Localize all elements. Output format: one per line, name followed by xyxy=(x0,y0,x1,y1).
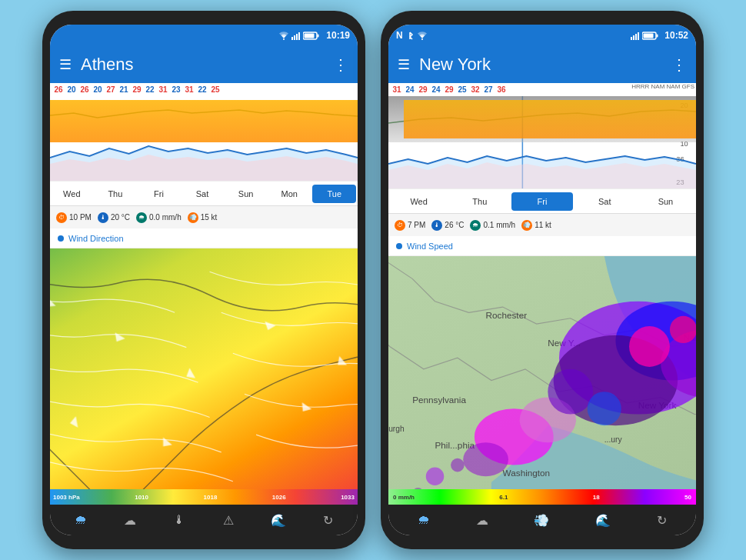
svg-point-0 xyxy=(283,38,285,40)
current-bottom-icon[interactable]: ↻ xyxy=(323,513,333,528)
warning-bottom-icon[interactable]: ⚠ xyxy=(223,513,234,528)
svg-point-51 xyxy=(463,442,508,476)
temp-bottom-icon[interactable]: 🌡 xyxy=(173,513,185,527)
wind-bottom-icon-ny[interactable]: 💨 xyxy=(534,513,549,528)
temp-27: 27 xyxy=(105,85,116,94)
thermometer-icon-ny: 🌡 xyxy=(431,220,442,231)
city-name-athens: Athens xyxy=(81,55,333,75)
rain-bottom-icon-ny[interactable]: 🌧 xyxy=(418,513,430,527)
wifi-icon-ny xyxy=(417,32,428,40)
svg-rect-25 xyxy=(657,34,658,37)
signal-icon xyxy=(291,32,301,40)
app-bar-ny: ☰ New York ⋮ xyxy=(388,46,696,83)
chart-area-ny: 20 10 36 23 xyxy=(388,96,696,188)
day-sat-ny[interactable]: Sat xyxy=(574,192,635,211)
menu-icon-ny[interactable]: ☰ xyxy=(398,56,410,73)
temp-25: 25 xyxy=(210,85,221,94)
temp-31a: 31 xyxy=(158,85,168,94)
battery-icon-ny xyxy=(642,32,659,40)
phone-newyork: N 10:52 xyxy=(381,11,704,549)
map-area-athens[interactable]: 1003 hPa 1010 1018 1026 1033 xyxy=(50,248,358,505)
svg-point-53 xyxy=(588,392,621,425)
cloud-bottom-icon-ny[interactable]: ☁ xyxy=(476,513,488,528)
temp-21: 21 xyxy=(118,85,129,94)
temp-numbers-ny: 31 24 29 24 29 25 32 27 36 HRRR NAM NAM … xyxy=(388,83,696,96)
svg-rect-2 xyxy=(294,35,295,40)
days-row-athens: Wed Thu Fri Sat Sun Mon Tue xyxy=(50,181,358,205)
status-icons-ny: 10:52 xyxy=(631,30,688,41)
svg-point-19 xyxy=(421,38,423,40)
color-scale-ny: 0 mm/h 6.1 18 50 xyxy=(388,489,696,505)
day-fri-athens[interactable]: Fri xyxy=(137,185,181,203)
day-sat-athens[interactable]: Sat xyxy=(181,185,225,203)
more-icon-ny[interactable]: ⋮ xyxy=(671,55,687,74)
model-labels: HRRR NAM NAM GFS xyxy=(631,83,694,90)
info-time-ny: ⏱ 7 PM xyxy=(395,220,425,231)
svg-point-56 xyxy=(426,468,444,485)
city-name-ny: New York xyxy=(419,55,671,75)
svg-point-54 xyxy=(629,326,670,367)
ny-temp-31: 31 xyxy=(391,85,402,94)
svg-text:burgh: burgh xyxy=(388,425,405,433)
temp-26a: 26 xyxy=(53,85,64,94)
app-bar-athens: ☰ Athens ⋮ xyxy=(50,46,358,83)
day-sun-athens[interactable]: Sun xyxy=(224,185,268,203)
day-wed-ny[interactable]: Wed xyxy=(388,192,449,211)
info-time-athens: ⏱ 10 PM xyxy=(56,212,92,223)
status-left-ny: N xyxy=(396,30,428,41)
svg-rect-7 xyxy=(305,33,315,38)
temp-20a: 20 xyxy=(66,85,77,94)
rain-rate-icon-athens: 🌧 xyxy=(136,212,147,223)
day-fri-ny[interactable]: Fri xyxy=(511,192,572,211)
day-thu-ny[interactable]: Thu xyxy=(449,192,510,211)
status-time-ny: 10:52 xyxy=(664,30,688,41)
svg-point-55 xyxy=(670,316,696,343)
map-area-ny[interactable]: Rochester New Y... Pennsylvania Phil...p… xyxy=(388,256,696,505)
current-bottom-icon-ny[interactable]: ↻ xyxy=(657,513,667,528)
info-wind-athens: 💨 15 kt xyxy=(188,212,218,223)
temp-22b: 22 xyxy=(197,85,208,94)
info-rain-ny: 🌧 0.1 mm/h xyxy=(470,220,515,231)
thermometer-icon-athens: 🌡 xyxy=(98,212,108,223)
ny-temp-29b: 29 xyxy=(444,85,455,94)
svg-text:Washington: Washington xyxy=(503,468,551,478)
temp-20b: 20 xyxy=(92,85,103,94)
day-wed-athens[interactable]: Wed xyxy=(50,185,94,203)
radar-map-ny: Rochester New Y... Pennsylvania Phil...p… xyxy=(388,256,696,505)
map-label-ny: Wind Speed xyxy=(388,236,696,256)
more-icon-athens[interactable]: ⋮ xyxy=(333,55,348,74)
day-tue-athens[interactable]: Tue xyxy=(312,185,356,203)
chart-area-athens xyxy=(50,96,358,181)
status-bar-athens: 10:19 xyxy=(50,25,358,46)
map-label-athens: Wind Direction xyxy=(50,228,358,248)
info-rain-athens: 🌧 0.0 mm/h xyxy=(136,212,182,223)
day-mon-athens[interactable]: Mon xyxy=(268,185,311,203)
clock-icon-athens: ⏱ xyxy=(56,212,67,223)
svg-rect-20 xyxy=(631,37,632,40)
temp-29a: 29 xyxy=(132,85,142,94)
menu-icon-athens[interactable]: ☰ xyxy=(59,56,72,73)
days-row-ny: Wed Thu Fri Sat Sun xyxy=(388,188,696,213)
network-label-ny: N xyxy=(396,30,403,41)
svg-rect-3 xyxy=(296,34,298,40)
svg-point-57 xyxy=(451,458,465,472)
day-sun-ny[interactable]: Sun xyxy=(635,192,696,211)
svg-rect-22 xyxy=(635,34,637,40)
ny-temp-24b: 24 xyxy=(431,85,441,94)
wave-bottom-icon-ny[interactable]: 🌊 xyxy=(595,513,611,528)
ny-temp-36: 36 xyxy=(496,85,507,94)
cloud-bottom-icon[interactable]: ☁ xyxy=(124,513,136,528)
ny-temp-25: 25 xyxy=(457,85,468,94)
temp-31b: 31 xyxy=(184,85,195,94)
battery-icon xyxy=(303,32,320,40)
svg-rect-23 xyxy=(638,32,639,40)
ny-temp-32: 32 xyxy=(470,85,481,94)
rain-bottom-icon[interactable]: 🌧 xyxy=(75,513,87,527)
day-thu-athens[interactable]: Thu xyxy=(94,185,138,203)
info-wind-ny: 💨 11 kt xyxy=(521,220,551,231)
info-temp-athens: 🌡 20 °C xyxy=(98,212,130,223)
wave-bottom-icon[interactable]: 🌊 xyxy=(271,513,286,528)
svg-rect-4 xyxy=(298,32,300,40)
svg-text:Pennsylvania: Pennsylvania xyxy=(412,395,466,405)
temp-26b: 26 xyxy=(79,85,90,94)
